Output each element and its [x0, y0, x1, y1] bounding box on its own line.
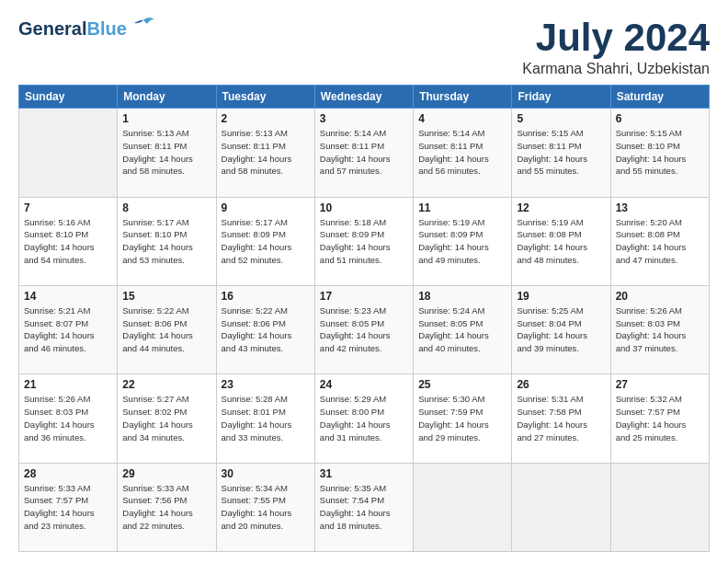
- day-info: Sunrise: 5:14 AM Sunset: 8:11 PM Dayligh…: [418, 127, 506, 178]
- day-number: 23: [222, 378, 310, 391]
- day-number: 13: [616, 201, 704, 214]
- day-number: 7: [24, 201, 112, 214]
- day-info: Sunrise: 5:30 AM Sunset: 7:59 PM Dayligh…: [418, 393, 506, 443]
- day-info: Sunrise: 5:33 AM Sunset: 7:56 PM Dayligh…: [122, 482, 210, 533]
- calendar-cell: 18Sunrise: 5:24 AM Sunset: 8:05 PM Dayli…: [414, 285, 512, 373]
- day-number: 29: [122, 467, 210, 480]
- day-number: 9: [222, 201, 310, 214]
- day-info: Sunrise: 5:29 AM Sunset: 8:00 PM Dayligh…: [320, 393, 408, 443]
- calendar-cell: 16Sunrise: 5:22 AM Sunset: 8:06 PM Dayli…: [216, 285, 314, 373]
- calendar-cell: 11Sunrise: 5:19 AM Sunset: 8:09 PM Dayli…: [414, 197, 512, 285]
- day-info: Sunrise: 5:34 AM Sunset: 7:55 PM Dayligh…: [222, 482, 310, 533]
- day-info: Sunrise: 5:26 AM Sunset: 8:03 PM Dayligh…: [616, 304, 704, 355]
- day-info: Sunrise: 5:18 AM Sunset: 8:09 PM Dayligh…: [320, 216, 408, 267]
- calendar-cell: 21Sunrise: 5:26 AM Sunset: 8:03 PM Dayli…: [19, 374, 118, 463]
- calendar-cell: 30Sunrise: 5:34 AM Sunset: 7:55 PM Dayli…: [216, 463, 314, 551]
- col-tuesday: Tuesday: [216, 86, 314, 109]
- calendar-week-2: 7Sunrise: 5:16 AM Sunset: 8:10 PM Daylig…: [19, 197, 710, 285]
- col-sunday: Sunday: [19, 86, 118, 109]
- col-monday: Monday: [118, 86, 216, 109]
- day-number: 17: [320, 290, 408, 303]
- day-info: Sunrise: 5:15 AM Sunset: 8:10 PM Dayligh…: [616, 127, 704, 178]
- calendar-week-5: 28Sunrise: 5:33 AM Sunset: 7:57 PM Dayli…: [19, 463, 710, 551]
- day-info: Sunrise: 5:17 AM Sunset: 8:09 PM Dayligh…: [222, 216, 310, 267]
- calendar-cell: 9Sunrise: 5:17 AM Sunset: 8:09 PM Daylig…: [216, 197, 314, 285]
- calendar-cell: 24Sunrise: 5:29 AM Sunset: 8:00 PM Dayli…: [314, 374, 413, 463]
- header: GeneralBlue July 2024 Karmana Shahri, Uz…: [18, 17, 710, 77]
- day-info: Sunrise: 5:27 AM Sunset: 8:02 PM Dayligh…: [122, 393, 210, 443]
- day-info: Sunrise: 5:28 AM Sunset: 8:01 PM Dayligh…: [222, 393, 310, 443]
- day-info: Sunrise: 5:19 AM Sunset: 8:09 PM Dayligh…: [418, 216, 506, 267]
- col-saturday: Saturday: [610, 86, 709, 109]
- main-title: July 2024: [522, 17, 710, 59]
- calendar-cell: 1Sunrise: 5:13 AM Sunset: 8:11 PM Daylig…: [118, 109, 216, 197]
- calendar-cell: 6Sunrise: 5:15 AM Sunset: 8:10 PM Daylig…: [610, 109, 709, 197]
- day-number: 4: [418, 112, 506, 125]
- day-number: 18: [418, 290, 506, 303]
- day-info: Sunrise: 5:32 AM Sunset: 7:57 PM Dayligh…: [616, 393, 704, 443]
- day-info: Sunrise: 5:22 AM Sunset: 8:06 PM Dayligh…: [222, 304, 310, 355]
- day-info: Sunrise: 5:17 AM Sunset: 8:10 PM Dayligh…: [122, 216, 210, 267]
- day-info: Sunrise: 5:19 AM Sunset: 8:08 PM Dayligh…: [517, 216, 605, 267]
- day-info: Sunrise: 5:20 AM Sunset: 8:08 PM Dayligh…: [616, 216, 704, 267]
- col-thursday: Thursday: [414, 86, 512, 109]
- day-number: 10: [320, 201, 408, 214]
- header-row: Sunday Monday Tuesday Wednesday Thursday…: [19, 86, 710, 109]
- calendar-cell: 29Sunrise: 5:33 AM Sunset: 7:56 PM Dayli…: [118, 463, 216, 551]
- calendar-cell: 5Sunrise: 5:15 AM Sunset: 8:11 PM Daylig…: [512, 109, 610, 197]
- title-block: July 2024 Karmana Shahri, Uzbekistan: [522, 17, 710, 77]
- calendar-week-4: 21Sunrise: 5:26 AM Sunset: 8:03 PM Dayli…: [19, 374, 710, 463]
- calendar-cell: 2Sunrise: 5:13 AM Sunset: 8:11 PM Daylig…: [216, 109, 314, 197]
- calendar-cell: 25Sunrise: 5:30 AM Sunset: 7:59 PM Dayli…: [414, 374, 512, 463]
- calendar-cell: 4Sunrise: 5:14 AM Sunset: 8:11 PM Daylig…: [414, 109, 512, 197]
- calendar-week-3: 14Sunrise: 5:21 AM Sunset: 8:07 PM Dayli…: [19, 285, 710, 373]
- day-number: 20: [616, 290, 704, 303]
- logo-general: General: [18, 18, 86, 39]
- calendar-cell: 23Sunrise: 5:28 AM Sunset: 8:01 PM Dayli…: [216, 374, 314, 463]
- calendar-cell: 20Sunrise: 5:26 AM Sunset: 8:03 PM Dayli…: [610, 285, 709, 373]
- day-info: Sunrise: 5:16 AM Sunset: 8:10 PM Dayligh…: [24, 216, 112, 267]
- calendar-cell: 17Sunrise: 5:23 AM Sunset: 8:05 PM Dayli…: [314, 285, 413, 373]
- day-info: Sunrise: 5:22 AM Sunset: 8:06 PM Dayligh…: [122, 304, 210, 355]
- calendar-cell: 28Sunrise: 5:33 AM Sunset: 7:57 PM Dayli…: [19, 463, 118, 551]
- day-number: 3: [320, 112, 408, 125]
- calendar-cell: 7Sunrise: 5:16 AM Sunset: 8:10 PM Daylig…: [19, 197, 118, 285]
- day-number: 11: [418, 201, 506, 214]
- logo-blue: Blue: [86, 18, 126, 39]
- day-number: 16: [222, 290, 310, 303]
- calendar-cell: 31Sunrise: 5:35 AM Sunset: 7:54 PM Dayli…: [314, 463, 413, 551]
- day-info: Sunrise: 5:14 AM Sunset: 8:11 PM Dayligh…: [320, 127, 408, 178]
- day-number: 6: [616, 112, 704, 125]
- calendar-table: Sunday Monday Tuesday Wednesday Thursday…: [18, 85, 710, 552]
- day-number: 1: [122, 112, 210, 125]
- logo: GeneralBlue: [18, 17, 156, 40]
- day-number: 26: [517, 378, 605, 391]
- calendar-cell: 15Sunrise: 5:22 AM Sunset: 8:06 PM Dayli…: [118, 285, 216, 373]
- calendar-cell: 26Sunrise: 5:31 AM Sunset: 7:58 PM Dayli…: [512, 374, 610, 463]
- day-number: 24: [320, 378, 408, 391]
- calendar-cell: 3Sunrise: 5:14 AM Sunset: 8:11 PM Daylig…: [314, 109, 413, 197]
- calendar-cell: 19Sunrise: 5:25 AM Sunset: 8:04 PM Dayli…: [512, 285, 610, 373]
- day-number: 19: [517, 290, 605, 303]
- calendar-cell: 13Sunrise: 5:20 AM Sunset: 8:08 PM Dayli…: [610, 197, 709, 285]
- day-number: 15: [122, 290, 210, 303]
- col-wednesday: Wednesday: [314, 86, 413, 109]
- logo-bird-icon: [131, 17, 156, 40]
- day-info: Sunrise: 5:35 AM Sunset: 7:54 PM Dayligh…: [320, 482, 408, 533]
- day-number: 28: [24, 467, 112, 480]
- col-friday: Friday: [512, 86, 610, 109]
- day-info: Sunrise: 5:23 AM Sunset: 8:05 PM Dayligh…: [320, 304, 408, 355]
- day-info: Sunrise: 5:15 AM Sunset: 8:11 PM Dayligh…: [517, 127, 605, 178]
- day-number: 12: [517, 201, 605, 214]
- calendar-cell: [19, 109, 118, 197]
- day-number: 30: [222, 467, 310, 480]
- calendar-cell: 14Sunrise: 5:21 AM Sunset: 8:07 PM Dayli…: [19, 285, 118, 373]
- day-info: Sunrise: 5:25 AM Sunset: 8:04 PM Dayligh…: [517, 304, 605, 355]
- day-info: Sunrise: 5:21 AM Sunset: 8:07 PM Dayligh…: [24, 304, 112, 355]
- day-info: Sunrise: 5:24 AM Sunset: 8:05 PM Dayligh…: [418, 304, 506, 355]
- day-info: Sunrise: 5:26 AM Sunset: 8:03 PM Dayligh…: [24, 393, 112, 443]
- day-number: 2: [222, 112, 310, 125]
- day-number: 8: [122, 201, 210, 214]
- calendar-week-1: 1Sunrise: 5:13 AM Sunset: 8:11 PM Daylig…: [19, 109, 710, 197]
- day-number: 22: [122, 378, 210, 391]
